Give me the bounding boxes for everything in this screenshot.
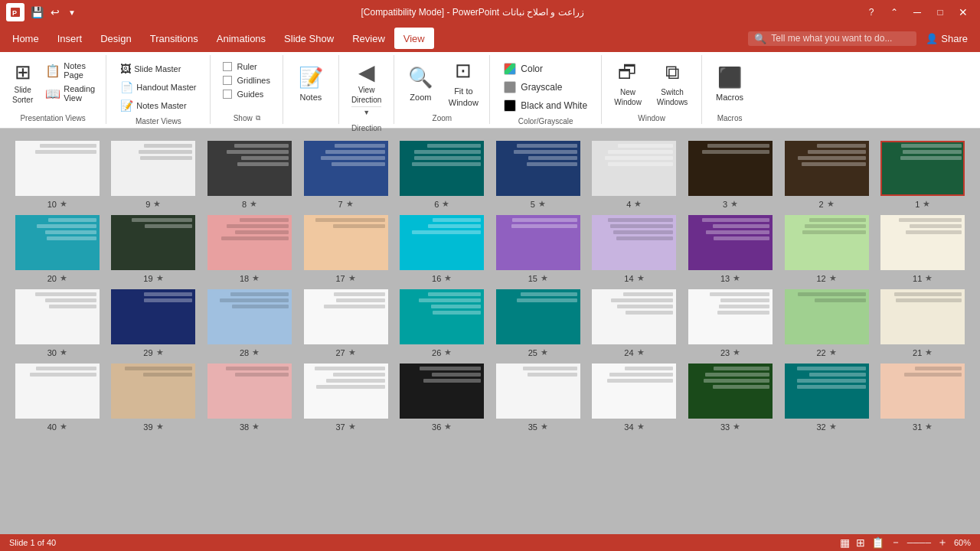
guides-checkbox[interactable]: Guides — [220, 89, 266, 99]
view-direction-button[interactable]: ◀ ViewDirection ▼ — [345, 57, 387, 120]
notes-page-button[interactable]: 📋 NotesPage — [41, 60, 100, 81]
slide-item[interactable]: ★38 — [204, 364, 295, 432]
show-expand-icon[interactable]: ⧉ — [256, 114, 260, 122]
slide-star[interactable]: ★ — [538, 199, 546, 209]
slide-item[interactable]: ★14 — [590, 215, 680, 283]
slide-star[interactable]: ★ — [346, 199, 354, 209]
slide-item[interactable]: ★17 — [301, 215, 391, 283]
quick-access-save[interactable]: 💾 — [29, 5, 44, 20]
slide-item[interactable]: ★26 — [397, 289, 487, 357]
slide-star[interactable]: ★ — [442, 199, 449, 209]
slide-item[interactable]: ★35 — [493, 364, 583, 432]
slide-item[interactable]: ★24 — [590, 289, 680, 357]
view-direction-dropdown[interactable]: ▼ — [351, 106, 381, 117]
slide-star[interactable]: ★ — [730, 199, 738, 209]
slide-star[interactable]: ★ — [637, 422, 645, 432]
slide-item[interactable]: ★25 — [493, 289, 583, 357]
slide-item[interactable]: ★37 — [301, 364, 391, 432]
menu-review[interactable]: Review — [343, 28, 394, 49]
slide-star[interactable]: ★ — [252, 422, 260, 432]
grayscale-button[interactable]: Grayscale — [499, 80, 567, 95]
slide-star[interactable]: ★ — [733, 347, 740, 357]
slide-item[interactable]: ★9 — [109, 141, 199, 209]
slide-item[interactable]: ★21 — [877, 289, 968, 357]
gridlines-checkbox[interactable]: Gridlines — [220, 75, 273, 86]
maximize-button[interactable]: □ — [929, 3, 951, 21]
slide-item[interactable]: ★31 — [877, 364, 968, 432]
slide-star[interactable]: ★ — [156, 347, 164, 357]
slide-star[interactable]: ★ — [60, 347, 67, 357]
slide-item[interactable]: ★2 — [782, 141, 872, 209]
ribbon-toggle[interactable]: ⌃ — [884, 3, 905, 21]
slide-star[interactable]: ★ — [541, 347, 548, 357]
slide-star[interactable]: ★ — [250, 199, 257, 209]
slide-item[interactable]: ★23 — [685, 289, 776, 357]
zoom-out-icon[interactable]: － — [890, 536, 901, 549]
slide-star[interactable]: ★ — [733, 273, 740, 283]
slide-star[interactable]: ★ — [925, 347, 933, 357]
slide-item[interactable]: ★22 — [782, 289, 872, 357]
search-bar[interactable]: 🔍 Tell me what you want to do... — [748, 31, 916, 46]
slide-star[interactable]: ★ — [541, 273, 548, 283]
slide-item[interactable]: ★34 — [590, 364, 680, 432]
slide-item[interactable]: ★5 — [493, 141, 583, 209]
notes-master-button[interactable]: 📝 Notes Master — [116, 98, 191, 113]
menu-insert[interactable]: Insert — [48, 28, 92, 49]
slide-star[interactable]: ★ — [156, 422, 164, 432]
slide-star[interactable]: ★ — [444, 422, 452, 432]
menu-animations[interactable]: Animations — [207, 28, 275, 49]
slide-star[interactable]: ★ — [637, 273, 645, 283]
new-window-button[interactable]: 🗗 NewWindow — [608, 57, 648, 110]
slide-star[interactable]: ★ — [348, 422, 356, 432]
slide-sorter-icon-status[interactable]: ⊞ — [856, 536, 865, 549]
black-white-button[interactable]: Black and White — [499, 98, 592, 113]
slide-star[interactable]: ★ — [348, 273, 356, 283]
slide-item[interactable]: ★40 — [12, 364, 103, 432]
slide-star[interactable]: ★ — [444, 273, 452, 283]
normal-view-icon[interactable]: ▦ — [840, 536, 850, 549]
slide-item[interactable]: ★1 — [877, 141, 968, 209]
slide-star[interactable]: ★ — [637, 347, 645, 357]
slide-star[interactable]: ★ — [925, 422, 933, 432]
slide-star[interactable]: ★ — [252, 273, 260, 283]
slide-item[interactable]: ★33 — [685, 364, 776, 432]
slide-item[interactable]: ★13 — [685, 215, 776, 283]
slide-star[interactable]: ★ — [60, 199, 67, 209]
slide-item[interactable]: ★6 — [397, 141, 487, 209]
slide-sorter-button[interactable]: ⊞ SlideSorter — [6, 57, 39, 110]
slide-item[interactable]: ★36 — [397, 364, 487, 432]
slide-item[interactable]: ★3 — [685, 141, 776, 209]
reading-view-button[interactable]: 📖 ReadingView — [41, 83, 100, 104]
slide-item[interactable]: ★30 — [12, 289, 103, 357]
color-button[interactable]: Color — [499, 61, 547, 77]
handout-master-button[interactable]: 📄 Handout Master — [116, 80, 201, 95]
slide-item[interactable]: ★10 — [12, 141, 103, 209]
slide-item[interactable]: ★20 — [12, 215, 103, 283]
slide-item[interactable]: ★12 — [782, 215, 872, 283]
ruler-checkbox[interactable]: Ruler — [220, 61, 260, 72]
slide-item[interactable]: ★16 — [397, 215, 487, 283]
help-button[interactable]: ? — [861, 3, 882, 21]
zoom-button[interactable]: 🔍 Zoom — [400, 57, 440, 110]
minimize-button[interactable]: ─ — [906, 3, 928, 21]
slide-star[interactable]: ★ — [541, 422, 548, 432]
slide-star[interactable]: ★ — [829, 273, 837, 283]
notes-icon-status[interactable]: 📋 — [871, 536, 884, 549]
slide-star[interactable]: ★ — [923, 199, 930, 209]
zoom-in-icon[interactable]: ＋ — [937, 536, 948, 549]
slide-star[interactable]: ★ — [348, 347, 356, 357]
slide-item[interactable]: ★39 — [109, 364, 199, 432]
slide-star[interactable]: ★ — [925, 273, 933, 283]
fit-to-window-button[interactable]: ⊡ Fit toWindow — [443, 57, 483, 110]
menu-home[interactable]: Home — [3, 28, 48, 49]
slide-item[interactable]: ★32 — [782, 364, 872, 432]
switch-windows-button[interactable]: ⧉ SwitchWindows — [649, 57, 695, 110]
slide-star[interactable]: ★ — [829, 347, 837, 357]
quick-access-dropdown[interactable]: ▼ — [66, 5, 78, 20]
slide-star[interactable]: ★ — [829, 422, 837, 432]
slide-item[interactable]: ★7 — [301, 141, 391, 209]
slide-star[interactable]: ★ — [444, 347, 452, 357]
slide-item[interactable]: ★18 — [204, 215, 295, 283]
macros-button[interactable]: ⬛ Macros — [708, 57, 751, 110]
menu-design[interactable]: Design — [91, 28, 140, 49]
